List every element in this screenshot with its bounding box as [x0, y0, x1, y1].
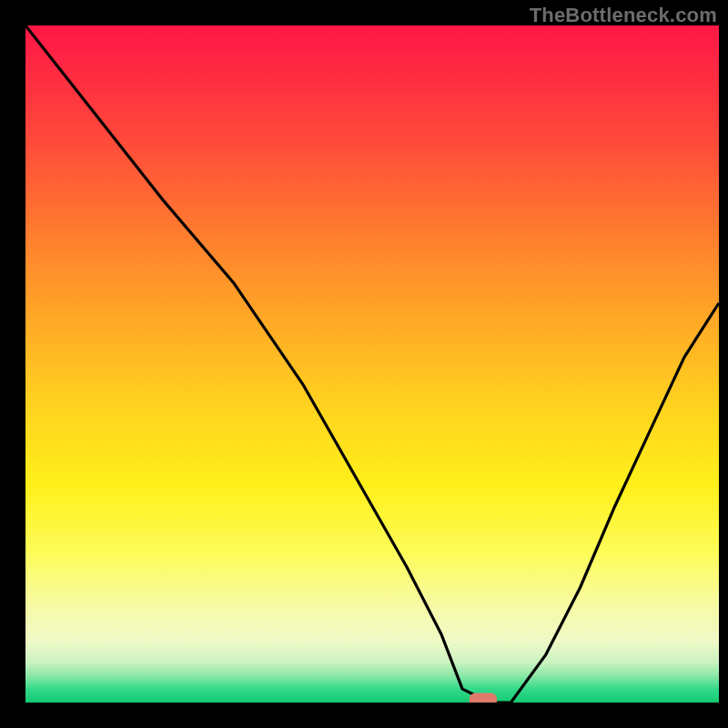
- axis-right: [719, 0, 728, 728]
- axis-left: [0, 0, 25, 728]
- bottleneck-chart: [0, 0, 728, 728]
- plot-background: [25, 25, 719, 703]
- chart-container: TheBottleneck.com: [0, 0, 728, 728]
- axis-bottom: [0, 703, 728, 728]
- watermark-label: TheBottleneck.com: [530, 4, 717, 27]
